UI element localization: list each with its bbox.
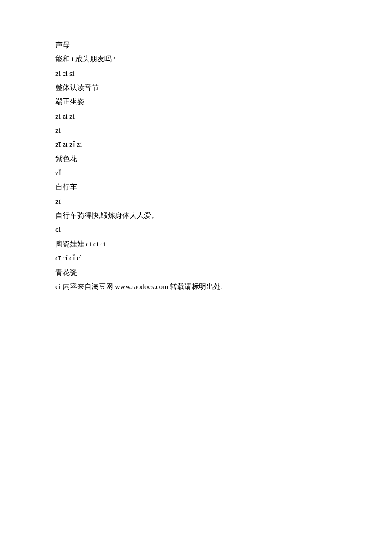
text-line: zì <box>55 196 337 207</box>
text-line: zī zí zǐ zì <box>55 139 337 150</box>
text-line: 陶瓷娃娃 ci ci ci <box>55 239 337 250</box>
document-body: 声母 能和 i 成为朋友吗? zi ci si 整体认读音节 端正坐姿 zi z… <box>55 40 337 292</box>
text-line: 自行车骑得快,锻炼身体人人爱。 <box>55 210 337 221</box>
text-line: 声母 <box>55 40 337 51</box>
text-line: zi ci si <box>55 68 337 79</box>
text-line: 青花瓷 <box>55 267 337 278</box>
text-line: cī cí cǐ cì <box>55 253 337 264</box>
document-page: 声母 能和 i 成为朋友吗? zi ci si 整体认读音节 端正坐姿 zi z… <box>0 0 392 555</box>
text-line: 整体认读音节 <box>55 82 337 93</box>
text-line: 紫色花 <box>55 153 337 165</box>
text-line: 端正坐姿 <box>55 96 337 107</box>
text-line: zi zi zi <box>55 111 337 122</box>
text-line: 能和 i 成为朋友吗? <box>55 54 337 65</box>
text-line: cí 内容来自淘豆网 www.taodocs.com 转载请标明出处. <box>55 281 337 292</box>
top-rule <box>55 30 337 30</box>
text-line: zǐ <box>55 168 337 179</box>
text-line: ci <box>55 224 337 235</box>
text-line: 自行车 <box>55 182 337 193</box>
text-line: zi <box>55 125 337 136</box>
